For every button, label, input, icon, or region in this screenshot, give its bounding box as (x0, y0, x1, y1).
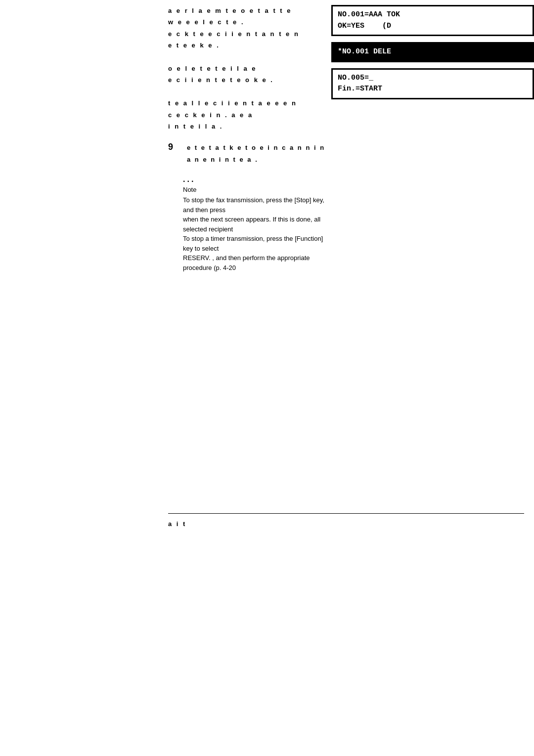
lcd-display-2: *NO.001 DELE (331, 42, 534, 62)
lcd-3-line2: Fin.=START (338, 84, 528, 95)
instruction-line-11: i n t e i l a . (168, 121, 326, 132)
footer-text: a i t (168, 520, 186, 528)
note-line-4: RESERV. , and then perform the appropria… (183, 254, 310, 271)
lcd-2-line1: *NO.001 DELE (338, 46, 528, 58)
note-line-1: To stop the fax transmission, press the … (183, 196, 324, 214)
main-content: a e r l a e m t e o e t a t t e w e e e … (0, 0, 534, 272)
lcd-display-3: NO.005=_ Fin.=START (331, 68, 534, 99)
left-column: a e r l a e m t e o e t a t t e w e e e … (0, 5, 326, 272)
page-container: a e r l a e m t e o e t a t t e w e e e … (0, 0, 534, 756)
instruction-block-1: a e r l a e m t e o e t a t t e w e e e … (168, 5, 326, 132)
instruction-line-1: a e r l a e m t e o e t a t t e (168, 5, 326, 16)
step-number-9: 9 (168, 142, 183, 152)
footer-rule (168, 513, 524, 514)
instruction-line-9: t e a l l e c i i e n t a e e e n (168, 97, 326, 109)
note-label: Note (183, 186, 326, 193)
instruction-line-10: c e c k e i n . a e a (168, 109, 326, 121)
ellipsis: ... (183, 175, 326, 184)
instruction-line-8 (168, 86, 326, 97)
instruction-line-5 (168, 51, 326, 63)
instruction-line-6: o e l e t e t e i l a e (168, 63, 326, 74)
instruction-line-4: e t e e k e . (168, 40, 326, 51)
lcd-display-1: NO.001=AAA TOK OK=YES (D (331, 5, 534, 36)
instruction-line-2: w e e e l e c t e . (168, 16, 326, 28)
lcd-3-line1: NO.005=_ (338, 73, 528, 84)
note-line-3: To stop a timer transmission, press the … (183, 235, 323, 252)
note-line-2: when the next screen appears. If this is… (183, 216, 320, 233)
step-9-row: 9 e t e t a t k e t o e i n c a n n i n … (168, 142, 326, 165)
instruction-line-7: e c i i e n t e t e o k e . (168, 74, 326, 86)
note-text: To stop the fax transmission, press the … (183, 195, 326, 272)
lcd-1-line2: OK=YES (D (338, 21, 528, 32)
right-column: NO.001=AAA TOK OK=YES (D *NO.001 DELE NO… (326, 5, 534, 272)
lcd-1-line1: NO.001=AAA TOK (338, 9, 528, 21)
step-9-text: e t e t a t k e t o e i n c a n n i n a … (187, 142, 326, 165)
instruction-line-3: e c k t e e c i i e n t a n t e n (168, 28, 326, 40)
